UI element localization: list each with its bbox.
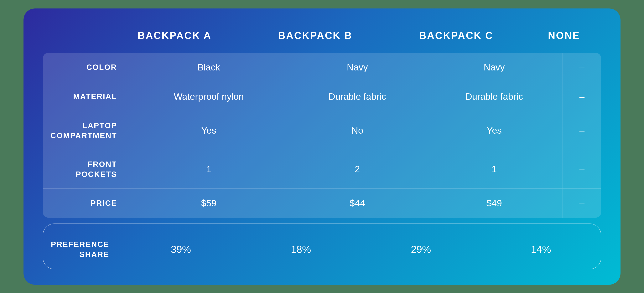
cell-laptop-a: Yes <box>129 111 289 150</box>
row-label-pockets: FRONT POCKETS <box>43 150 129 188</box>
cell-laptop-c: Yes <box>426 111 563 150</box>
cell-color-c: Navy <box>426 53 563 82</box>
row-label-price: PRICE <box>43 188 129 218</box>
pref-label: PREFERENCE SHARE <box>43 230 121 269</box>
row-label-material: MATERIAL <box>43 82 129 111</box>
cell-pockets-a: 1 <box>129 150 289 188</box>
table-row: LAPTOP COMPARTMENT Yes No Yes – <box>43 111 601 150</box>
cell-material-none: – <box>562 82 601 111</box>
cell-material-b: Durable fabric <box>289 82 426 111</box>
cell-material-a: Waterproof nylon <box>129 82 289 111</box>
header-row: BACKPACK A BACKPACK B BACKPACK C NONE <box>43 24 601 53</box>
inner-table: COLOR Black Navy Navy – MATERIAL Waterpr… <box>43 53 601 218</box>
row-label-laptop: LAPTOP COMPARTMENT <box>43 111 129 150</box>
pref-value-c: 29% <box>361 230 481 269</box>
preference-row: PREFERENCE SHARE 39% 18% 29% 14% <box>43 230 601 269</box>
col-header-none: NONE <box>527 24 601 53</box>
col-header-backpack-a: BACKPACK A <box>104 24 245 53</box>
cell-laptop-none: – <box>562 111 601 150</box>
cell-color-a: Black <box>129 53 289 82</box>
preference-section: PREFERENCE SHARE 39% 18% 29% 14% <box>43 224 601 269</box>
preference-table: PREFERENCE SHARE 39% 18% 29% 14% <box>43 230 601 269</box>
main-table: BACKPACK A BACKPACK B BACKPACK C NONE <box>43 24 601 53</box>
cell-price-a: $59 <box>129 188 289 218</box>
cell-material-c: Durable fabric <box>426 82 563 111</box>
cell-price-c: $49 <box>426 188 563 218</box>
row-label-color: COLOR <box>43 53 129 82</box>
cell-pockets-none: – <box>562 150 601 188</box>
pref-value-a: 39% <box>121 230 241 269</box>
table-row: PRICE $59 $44 $49 – <box>43 188 601 218</box>
comparison-card: BACKPACK A BACKPACK B BACKPACK C NONE CO… <box>24 8 620 285</box>
table-row: FRONT POCKETS 1 2 1 – <box>43 150 601 188</box>
data-section: COLOR Black Navy Navy – MATERIAL Waterpr… <box>43 53 601 218</box>
pref-value-b: 18% <box>241 230 361 269</box>
cell-price-none: – <box>562 188 601 218</box>
pref-value-none: 14% <box>481 230 601 269</box>
cell-price-b: $44 <box>289 188 426 218</box>
cell-color-none: – <box>562 53 601 82</box>
col-header-backpack-b: BACKPACK B <box>245 24 386 53</box>
table-row: MATERIAL Waterproof nylon Durable fabric… <box>43 82 601 111</box>
empty-header <box>43 24 104 53</box>
col-header-backpack-c: BACKPACK C <box>386 24 527 53</box>
table-row: COLOR Black Navy Navy – <box>43 53 601 82</box>
cell-pockets-b: 2 <box>289 150 426 188</box>
cell-laptop-b: No <box>289 111 426 150</box>
cell-color-b: Navy <box>289 53 426 82</box>
cell-pockets-c: 1 <box>426 150 563 188</box>
